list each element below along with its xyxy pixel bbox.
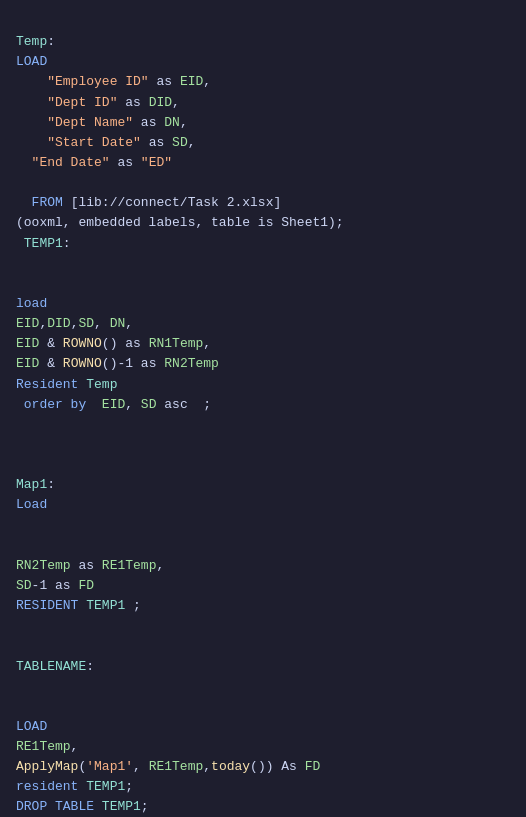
line-deptname: "Dept Name" as DN, xyxy=(16,115,188,130)
line-rn1temp: EID & ROWNO() as RN1Temp, xyxy=(16,336,211,351)
line-startdate: "Start Date" as SD, xyxy=(16,135,196,150)
line-fields: EID,DID,SD, DN, xyxy=(16,316,133,331)
line-resident2: resident TEMP1; xyxy=(16,779,133,794)
line-orderby: order by EID, SD asc ; xyxy=(16,397,211,412)
line-load2: load xyxy=(16,296,47,311)
line-load: LOAD xyxy=(16,54,47,69)
line-applymap: ApplyMap('Map1', RE1Temp,today()) As FD xyxy=(16,759,320,774)
line-rn2temp: EID & ROWNO()-1 as RN2Temp xyxy=(16,356,219,371)
line-blank2 xyxy=(16,437,24,452)
line-temp-label: Temp: xyxy=(16,34,55,49)
line-blank3 xyxy=(16,457,24,472)
line-map1-label: Map1: xyxy=(16,477,55,492)
line-blank5 xyxy=(16,638,24,653)
line-load3: Load xyxy=(16,497,47,512)
line-enddate: "End Date" as "ED" xyxy=(16,155,172,170)
line-from: FROM [lib://connect/Task 2.xlsx] xyxy=(16,195,281,210)
line-rn2-as-re1: RN2Temp as RE1Temp, xyxy=(16,558,164,573)
line-sd-as-fd: SD-1 as FD xyxy=(16,578,94,593)
line-drop-table: DROP TABLE TEMP1; xyxy=(16,799,149,814)
line-deptid: "Dept ID" as DID, xyxy=(16,95,180,110)
line-resident-temp1: RESIDENT TEMP1 ; xyxy=(16,598,141,613)
code-editor: Temp: LOAD "Employee ID" as EID, "Dept I… xyxy=(16,12,510,817)
line-ooxml: (ooxml, embedded labels, table is Sheet1… xyxy=(16,215,344,230)
line-temp1: TEMP1: xyxy=(16,236,71,251)
line-re1temp: RE1Temp, xyxy=(16,739,78,754)
line-blank4 xyxy=(16,538,24,553)
line-blank6 xyxy=(16,699,24,714)
line-load4: LOAD xyxy=(16,719,47,734)
line-resident-temp: Resident Temp xyxy=(16,377,117,392)
line-empid: "Employee ID" as EID, xyxy=(16,74,211,89)
line-tablename: TABLENAME: xyxy=(16,659,94,674)
line-blank1 xyxy=(16,276,24,291)
